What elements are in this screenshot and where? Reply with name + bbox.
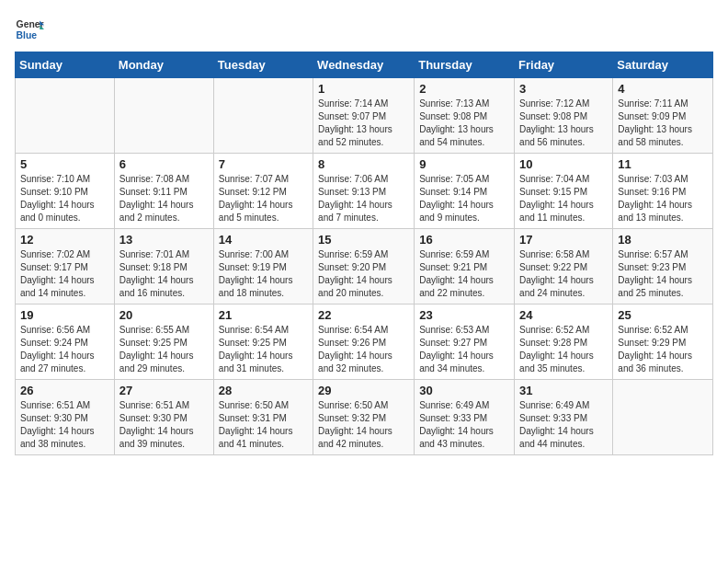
day-sun-info: Sunrise: 7:14 AM Sunset: 9:07 PM Dayligh…	[318, 98, 409, 149]
day-sun-info: Sunrise: 6:59 AM Sunset: 9:21 PM Dayligh…	[419, 248, 509, 300]
week-row-3: 12Sunrise: 7:02 AM Sunset: 9:17 PM Dayli…	[16, 229, 713, 304]
calendar-cell: 28Sunrise: 6:50 AM Sunset: 9:31 PM Dayli…	[213, 380, 313, 455]
day-number: 1	[318, 82, 409, 96]
day-sun-info: Sunrise: 7:05 AM Sunset: 9:14 PM Dayligh…	[419, 173, 509, 224]
calendar-cell: 30Sunrise: 6:49 AM Sunset: 9:33 PM Dayli…	[415, 380, 515, 455]
day-sun-info: Sunrise: 7:03 AM Sunset: 9:16 PM Dayligh…	[618, 173, 708, 224]
day-number: 22	[318, 308, 409, 322]
calendar-cell: 9Sunrise: 7:05 AM Sunset: 9:14 PM Daylig…	[415, 154, 515, 229]
day-number: 7	[219, 157, 308, 171]
calendar-cell: 8Sunrise: 7:06 AM Sunset: 9:13 PM Daylig…	[313, 154, 415, 229]
page-header: General Blue	[15, 15, 713, 44]
calendar-cell: 17Sunrise: 6:58 AM Sunset: 9:22 PM Dayli…	[515, 229, 613, 304]
day-number: 17	[519, 233, 608, 247]
calendar-cell: 3Sunrise: 7:12 AM Sunset: 9:08 PM Daylig…	[515, 78, 613, 154]
day-sun-info: Sunrise: 7:08 AM Sunset: 9:11 PM Dayligh…	[119, 173, 209, 224]
day-number: 4	[618, 82, 708, 96]
day-number: 23	[419, 308, 509, 322]
calendar-cell: 7Sunrise: 7:07 AM Sunset: 9:12 PM Daylig…	[213, 154, 313, 229]
day-number: 24	[519, 308, 608, 322]
weekday-header-thursday: Thursday	[415, 52, 515, 78]
calendar-cell: 31Sunrise: 6:49 AM Sunset: 9:33 PM Dayli…	[515, 380, 613, 455]
day-sun-info: Sunrise: 6:55 AM Sunset: 9:25 PM Dayligh…	[119, 324, 209, 375]
day-number: 30	[419, 384, 509, 397]
calendar-cell: 18Sunrise: 6:57 AM Sunset: 9:23 PM Dayli…	[613, 229, 713, 304]
day-sun-info: Sunrise: 7:06 AM Sunset: 9:13 PM Dayligh…	[318, 173, 409, 224]
day-sun-info: Sunrise: 6:49 AM Sunset: 9:33 PM Dayligh…	[419, 399, 509, 451]
calendar-cell: 2Sunrise: 7:13 AM Sunset: 9:08 PM Daylig…	[415, 78, 515, 154]
day-sun-info: Sunrise: 6:52 AM Sunset: 9:28 PM Dayligh…	[519, 324, 608, 375]
day-number: 2	[419, 82, 509, 96]
day-number: 8	[318, 157, 409, 171]
day-sun-info: Sunrise: 7:13 AM Sunset: 9:08 PM Dayligh…	[419, 98, 509, 149]
weekday-header-saturday: Saturday	[613, 52, 713, 78]
day-number: 11	[618, 157, 708, 171]
day-sun-info: Sunrise: 6:54 AM Sunset: 9:25 PM Dayligh…	[219, 324, 308, 375]
weekday-header-monday: Monday	[114, 52, 213, 78]
calendar-cell	[613, 380, 713, 455]
calendar-cell	[213, 78, 313, 154]
calendar-cell: 12Sunrise: 7:02 AM Sunset: 9:17 PM Dayli…	[16, 229, 115, 304]
day-sun-info: Sunrise: 6:49 AM Sunset: 9:33 PM Dayligh…	[519, 399, 608, 451]
day-sun-info: Sunrise: 6:54 AM Sunset: 9:26 PM Dayligh…	[318, 324, 409, 375]
day-sun-info: Sunrise: 7:00 AM Sunset: 9:19 PM Dayligh…	[219, 248, 308, 300]
day-number: 26	[20, 384, 109, 397]
weekday-header-tuesday: Tuesday	[213, 52, 313, 78]
day-number: 19	[20, 308, 109, 322]
calendar-cell: 26Sunrise: 6:51 AM Sunset: 9:30 PM Dayli…	[16, 380, 115, 455]
calendar-table: SundayMondayTuesdayWednesdayThursdayFrid…	[15, 52, 713, 455]
day-sun-info: Sunrise: 7:12 AM Sunset: 9:08 PM Dayligh…	[519, 98, 608, 149]
calendar-cell: 22Sunrise: 6:54 AM Sunset: 9:26 PM Dayli…	[313, 304, 415, 380]
day-number: 25	[618, 308, 708, 322]
day-sun-info: Sunrise: 6:56 AM Sunset: 9:24 PM Dayligh…	[20, 324, 109, 375]
week-row-2: 5Sunrise: 7:10 AM Sunset: 9:10 PM Daylig…	[16, 154, 713, 229]
day-number: 21	[219, 308, 308, 322]
day-sun-info: Sunrise: 6:52 AM Sunset: 9:29 PM Dayligh…	[618, 324, 708, 375]
calendar-cell: 6Sunrise: 7:08 AM Sunset: 9:11 PM Daylig…	[114, 154, 213, 229]
day-sun-info: Sunrise: 7:10 AM Sunset: 9:10 PM Dayligh…	[20, 173, 109, 224]
week-row-5: 26Sunrise: 6:51 AM Sunset: 9:30 PM Dayli…	[16, 380, 713, 455]
day-sun-info: Sunrise: 6:57 AM Sunset: 9:23 PM Dayligh…	[618, 248, 708, 300]
calendar-cell: 14Sunrise: 7:00 AM Sunset: 9:19 PM Dayli…	[213, 229, 313, 304]
day-number: 12	[20, 233, 109, 247]
calendar-cell	[16, 78, 115, 154]
calendar-cell: 5Sunrise: 7:10 AM Sunset: 9:10 PM Daylig…	[16, 154, 115, 229]
day-number: 6	[119, 157, 209, 171]
calendar-cell	[114, 78, 213, 154]
calendar-cell: 11Sunrise: 7:03 AM Sunset: 9:16 PM Dayli…	[613, 154, 713, 229]
day-number: 13	[119, 233, 209, 247]
day-sun-info: Sunrise: 7:11 AM Sunset: 9:09 PM Dayligh…	[618, 98, 708, 149]
calendar-cell: 4Sunrise: 7:11 AM Sunset: 9:09 PM Daylig…	[613, 78, 713, 154]
day-number: 14	[219, 233, 308, 247]
day-sun-info: Sunrise: 7:02 AM Sunset: 9:17 PM Dayligh…	[20, 248, 109, 300]
day-sun-info: Sunrise: 6:50 AM Sunset: 9:32 PM Dayligh…	[318, 399, 409, 451]
day-number: 28	[219, 384, 308, 397]
calendar-cell: 29Sunrise: 6:50 AM Sunset: 9:32 PM Dayli…	[313, 380, 415, 455]
day-sun-info: Sunrise: 6:51 AM Sunset: 9:30 PM Dayligh…	[20, 399, 109, 451]
calendar-cell: 27Sunrise: 6:51 AM Sunset: 9:30 PM Dayli…	[114, 380, 213, 455]
logo: General Blue	[15, 15, 44, 44]
day-number: 16	[419, 233, 509, 247]
logo-icon: General Blue	[15, 15, 44, 44]
day-number: 9	[419, 157, 509, 171]
calendar-cell: 20Sunrise: 6:55 AM Sunset: 9:25 PM Dayli…	[114, 304, 213, 380]
calendar-cell: 25Sunrise: 6:52 AM Sunset: 9:29 PM Dayli…	[613, 304, 713, 380]
day-number: 5	[20, 157, 109, 171]
weekday-header-row: SundayMondayTuesdayWednesdayThursdayFrid…	[16, 52, 713, 78]
day-sun-info: Sunrise: 6:50 AM Sunset: 9:31 PM Dayligh…	[219, 399, 308, 451]
day-number: 15	[318, 233, 409, 247]
day-sun-info: Sunrise: 7:04 AM Sunset: 9:15 PM Dayligh…	[519, 173, 608, 224]
calendar-cell: 19Sunrise: 6:56 AM Sunset: 9:24 PM Dayli…	[16, 304, 115, 380]
calendar-cell: 1Sunrise: 7:14 AM Sunset: 9:07 PM Daylig…	[313, 78, 415, 154]
day-number: 31	[519, 384, 608, 397]
calendar-cell: 10Sunrise: 7:04 AM Sunset: 9:15 PM Dayli…	[515, 154, 613, 229]
weekday-header-wednesday: Wednesday	[313, 52, 415, 78]
day-number: 10	[519, 157, 608, 171]
calendar-cell: 15Sunrise: 6:59 AM Sunset: 9:20 PM Dayli…	[313, 229, 415, 304]
day-number: 27	[119, 384, 209, 397]
day-sun-info: Sunrise: 6:51 AM Sunset: 9:30 PM Dayligh…	[119, 399, 209, 451]
calendar-cell: 23Sunrise: 6:53 AM Sunset: 9:27 PM Dayli…	[415, 304, 515, 380]
day-sun-info: Sunrise: 6:59 AM Sunset: 9:20 PM Dayligh…	[318, 248, 409, 300]
day-number: 3	[519, 82, 608, 96]
day-number: 20	[119, 308, 209, 322]
